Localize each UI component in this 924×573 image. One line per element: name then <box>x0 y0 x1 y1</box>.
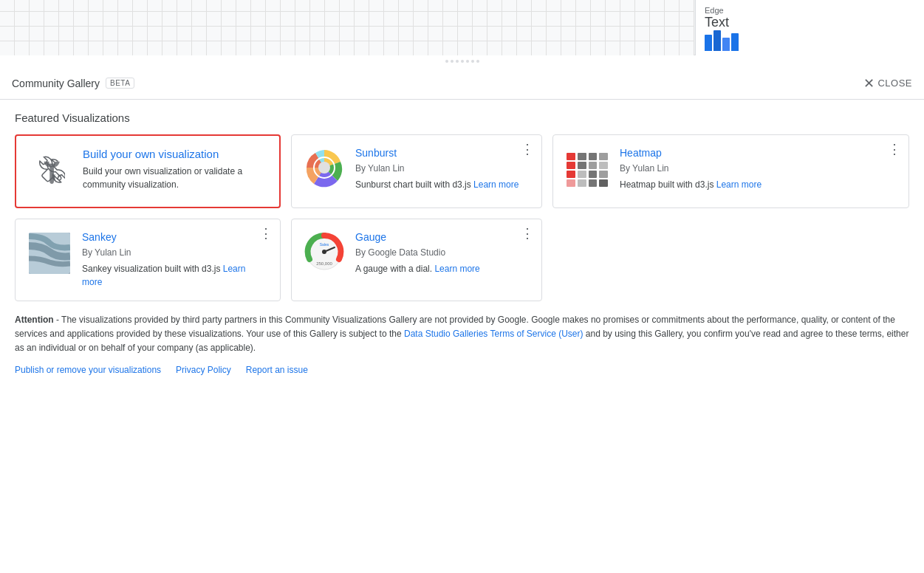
wrench-icon <box>28 148 72 192</box>
drag-dots <box>445 60 479 63</box>
heatmap-card[interactable]: Heatmap By Yulan Lin Heatmap built with … <box>552 134 909 208</box>
drag-dot <box>476 60 479 63</box>
bar-2 <box>713 30 721 51</box>
gallery-content: Featured Visualizations Build your own v… <box>0 100 924 573</box>
edge-label: Edge <box>696 3 924 15</box>
svg-text:Sales: Sales <box>320 242 329 247</box>
sankey-desc: Sankey visualization built with d3.js Le… <box>82 262 268 289</box>
footer-links: Publish or remove your visualizations Pr… <box>15 365 909 375</box>
canvas-area <box>0 0 694 55</box>
sankey-desc-text: Sankey visualization built with d3.js <box>82 264 223 274</box>
gauge-desc: A gauge with a dial. Learn more <box>355 262 530 275</box>
attention-text: Attention - The visualizations provided … <box>15 313 909 356</box>
attention-bold: Attention <box>15 315 54 325</box>
gauge-card-body: Gauge By Google Data Studio A gauge with… <box>355 231 530 275</box>
drag-dot <box>471 60 474 63</box>
sunburst-title[interactable]: Sunburst <box>355 147 530 159</box>
gallery-header: Community Gallery BETA ✕ CLOSE <box>0 67 924 100</box>
heatmap-desc-text: Heatmap built with d3.js <box>620 179 716 190</box>
hm-col-3 <box>589 153 598 187</box>
cards-row-1: Build your own visualization Build your … <box>15 134 909 208</box>
sankey-icon <box>27 231 72 275</box>
drag-dot <box>445 60 448 63</box>
publish-link[interactable]: Publish or remove your visualizations <box>15 365 161 375</box>
gallery-title: Community Gallery <box>12 78 100 89</box>
privacy-link[interactable]: Privacy Policy <box>176 365 231 375</box>
drag-dot <box>456 60 459 63</box>
sankey-card[interactable]: Sankey By Yulan Lin Sankey visualization… <box>15 219 281 301</box>
bar-4 <box>731 33 739 51</box>
bar-3 <box>722 38 730 51</box>
sunburst-menu-icon[interactable]: ⋮ <box>521 143 534 156</box>
close-label: CLOSE <box>877 78 912 89</box>
build-own-title[interactable]: Build your own visualization <box>83 148 267 160</box>
edge-text: Text <box>696 15 924 30</box>
sankey-title[interactable]: Sankey <box>82 231 268 243</box>
heatmap-learn-more[interactable]: Learn more <box>716 179 762 190</box>
gauge-icon: 250,000 Sales <box>304 231 345 272</box>
drag-handle[interactable] <box>0 55 924 67</box>
heatmap-desc: Heatmap built with d3.js Learn more <box>620 178 897 191</box>
edge-panel: Edge Text <box>695 0 924 55</box>
heatmap-title[interactable]: Heatmap <box>620 147 897 159</box>
hm-col-1 <box>567 153 575 187</box>
svg-point-6 <box>322 250 326 254</box>
gauge-author: By Google Data Studio <box>355 247 530 258</box>
sunburst-card[interactable]: Sunburst By Yulan Lin Sunburst chart bui… <box>291 134 542 208</box>
empty-slot <box>552 219 818 301</box>
cards-row-2: Sankey By Yulan Lin Sankey visualization… <box>15 219 909 301</box>
tos-link[interactable]: Data Studio Galleries Terms of Service (… <box>404 329 584 339</box>
sankey-menu-icon[interactable]: ⋮ <box>259 227 273 240</box>
bar-chart-mini <box>696 30 924 54</box>
svg-text:250,000: 250,000 <box>316 261 332 266</box>
build-own-card-body: Build your own visualization Build your … <box>83 148 267 191</box>
build-own-desc: Build your own visualization or validate… <box>83 165 267 191</box>
sunburst-desc-text: Sunburst chart built with d3.js <box>355 179 473 190</box>
beta-badge: BETA <box>106 78 134 89</box>
build-own-card[interactable]: Build your own visualization Build your … <box>15 134 281 208</box>
close-button[interactable]: ✕ CLOSE <box>863 75 912 92</box>
gauge-desc-text: A gauge with a dial. <box>355 264 434 274</box>
top-bar: Edge Text Extract theme from image <box>0 0 924 55</box>
sunburst-card-body: Sunburst By Yulan Lin Sunburst chart bui… <box>355 147 530 191</box>
sunburst-learn-more[interactable]: Learn more <box>473 179 519 190</box>
report-link[interactable]: Report an issue <box>246 365 308 375</box>
svg-point-2 <box>318 162 330 174</box>
drag-dot <box>451 60 454 63</box>
close-icon: ✕ <box>863 75 875 92</box>
sunburst-icon <box>304 147 345 188</box>
sunburst-author: By Yulan Lin <box>355 163 530 174</box>
section-title: Featured Visualizations <box>15 111 909 124</box>
heatmap-author: By Yulan Lin <box>620 163 897 174</box>
sankey-author: By Yulan Lin <box>82 247 268 258</box>
hm-col-2 <box>578 153 586 187</box>
drag-dot <box>461 60 464 63</box>
heatmap-menu-icon[interactable]: ⋮ <box>888 143 901 156</box>
bar-1 <box>705 35 712 51</box>
sunburst-desc: Sunburst chart built with d3.js Learn mo… <box>355 178 530 191</box>
hm-col-4 <box>599 153 608 187</box>
gauge-learn-more[interactable]: Learn more <box>434 264 479 274</box>
heatmap-icon <box>565 147 609 191</box>
gauge-title[interactable]: Gauge <box>355 231 530 243</box>
heatmap-card-body: Heatmap By Yulan Lin Heatmap built with … <box>620 147 897 191</box>
sankey-card-body: Sankey By Yulan Lin Sankey visualization… <box>82 231 268 289</box>
gauge-menu-icon[interactable]: ⋮ <box>521 227 534 240</box>
gauge-card[interactable]: 250,000 Sales Gauge By Google Data Studi… <box>291 219 542 301</box>
drag-dot <box>466 60 469 63</box>
